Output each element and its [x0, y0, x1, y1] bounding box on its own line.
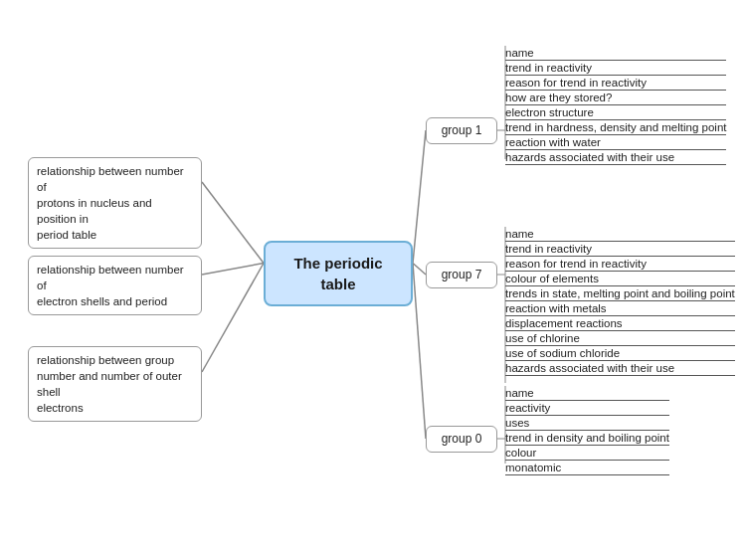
- g1-item-1: name: [505, 46, 726, 61]
- group0-items: name reactivity uses trend in density an…: [505, 386, 669, 475]
- group7-label: group 7: [442, 268, 482, 281]
- g7-item-4: colour of elements: [505, 272, 735, 286]
- g0-item-3: uses: [505, 416, 669, 431]
- group0-node: group 0: [426, 426, 497, 453]
- svg-line-4: [413, 264, 426, 276]
- svg-line-2: [202, 264, 264, 373]
- mindmap-container: The periodic table relationship between …: [0, 0, 746, 560]
- svg-line-1: [202, 264, 264, 276]
- group1-label: group 1: [442, 123, 482, 137]
- g7-item-5: trends in state, melting point and boili…: [505, 286, 735, 301]
- g0-item-5: colour: [505, 446, 669, 461]
- g7-item-8: use of chlorine: [505, 331, 735, 346]
- group1-items: name trend in reactivity reason for tren…: [505, 46, 726, 165]
- group7-items: name trend in reactivity reason for tren…: [505, 227, 735, 376]
- svg-line-0: [202, 182, 264, 264]
- left-node-1: relationship between number of protons i…: [28, 157, 202, 249]
- g0-item-6: monatomic: [505, 461, 669, 475]
- central-node: The periodic table: [264, 241, 413, 306]
- g1-item-5: electron structure: [505, 105, 726, 120]
- left-node-1-label: relationship between number of protons i…: [37, 165, 184, 241]
- left-node-3-label: relationship between group number and nu…: [37, 354, 182, 414]
- g1-item-2: trend in reactivity: [505, 61, 726, 76]
- svg-line-5: [413, 264, 426, 440]
- g7-item-1: name: [505, 227, 735, 242]
- g7-item-2: trend in reactivity: [505, 242, 735, 257]
- g0-item-2: reactivity: [505, 401, 669, 416]
- g7-item-6: reaction with metals: [505, 301, 735, 316]
- g1-item-4: how are they stored?: [505, 91, 726, 105]
- g1-item-3: reason for trend in reactivity: [505, 76, 726, 91]
- group1-node: group 1: [426, 117, 497, 144]
- g7-item-7: displacement reactions: [505, 316, 735, 331]
- g0-item-1: name: [505, 386, 669, 401]
- group7-node: group 7: [426, 262, 497, 288]
- g7-item-9: use of sodium chloride: [505, 346, 735, 361]
- g1-item-7: reaction with water: [505, 135, 726, 150]
- g1-item-8: hazards associated with their use: [505, 150, 726, 165]
- left-node-2-label: relationship between number of electron …: [37, 264, 184, 307]
- g1-item-6: trend in hardness, density and melting p…: [505, 120, 726, 135]
- left-node-2: relationship between number of electron …: [28, 256, 202, 315]
- svg-line-3: [413, 130, 426, 264]
- g7-item-10: hazards associated with their use: [505, 361, 735, 376]
- group0-label: group 0: [442, 432, 482, 446]
- g0-item-4: trend in density and boiling point: [505, 431, 669, 446]
- g7-item-3: reason for trend in reactivity: [505, 257, 735, 272]
- left-node-3: relationship between group number and nu…: [28, 346, 202, 422]
